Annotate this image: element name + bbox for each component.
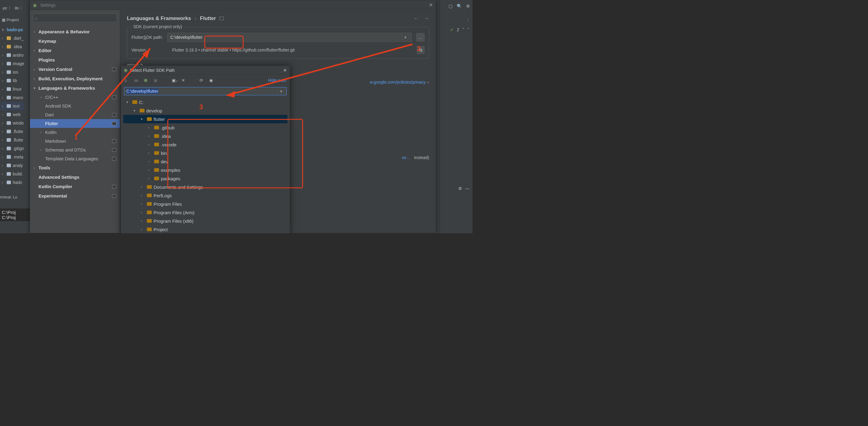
project-tree-item[interactable]: ›andro bbox=[1, 51, 24, 59]
overflow-icon[interactable]: ⋮ bbox=[466, 18, 470, 23]
project-tree-item[interactable]: ›windo bbox=[1, 119, 24, 127]
settings-nav-item[interactable]: ›Editor bbox=[30, 46, 120, 55]
settings-nav-item[interactable]: ›Appearance & Behavior bbox=[30, 27, 120, 36]
file-tree-item[interactable]: ›bin bbox=[123, 149, 287, 157]
settings-nav-item[interactable]: ›Version Control bbox=[30, 64, 120, 74]
project-tree-item[interactable]: ›build. bbox=[1, 170, 24, 178]
file-tree-item[interactable]: ›packages bbox=[123, 174, 287, 183]
project-tree-item[interactable]: ›.gitign bbox=[1, 144, 24, 153]
project-tree-item[interactable]: ›web bbox=[1, 110, 24, 119]
settings-nav-item[interactable]: Experimental bbox=[30, 191, 120, 201]
project-tree-item[interactable]: ›maco bbox=[1, 93, 24, 102]
hide-path-link[interactable]: Hide path bbox=[268, 78, 286, 83]
project-tree-item[interactable]: ›.flutte bbox=[1, 136, 24, 144]
file-chooser-path[interactable]: ▾ bbox=[124, 87, 287, 95]
refresh-icon[interactable]: ⟳ bbox=[199, 78, 205, 83]
settings-nav-item[interactable]: ›Schemas and DTDs bbox=[30, 146, 120, 154]
file-tree-item[interactable]: ▾develop bbox=[123, 106, 287, 115]
file-chooser-path-input[interactable] bbox=[126, 89, 278, 94]
settings-nav-item[interactable]: Dart bbox=[30, 110, 120, 119]
chevron-down-icon[interactable]: ˅ bbox=[467, 27, 469, 32]
settings-nav-item[interactable]: ▾Languages & Frameworks bbox=[30, 83, 120, 93]
project-tree-item[interactable]: ›analy bbox=[1, 161, 24, 170]
settings-nav-item[interactable]: Kotlin Compiler bbox=[30, 182, 120, 191]
forward-icon[interactable]: → bbox=[424, 16, 429, 22]
sdk-group: SDK (current project only) Flutter SDK p… bbox=[127, 27, 429, 59]
android-icon: ⬣ bbox=[124, 68, 127, 73]
desktop-icon[interactable]: ▭ bbox=[134, 78, 139, 83]
settings-nav-item[interactable]: ›Kotlin bbox=[30, 128, 120, 136]
file-tree-item[interactable]: ›Program Files (x86) bbox=[123, 217, 287, 225]
folder-icon bbox=[140, 109, 145, 113]
settings-nav-item[interactable]: Android SDK bbox=[30, 101, 120, 110]
project-tree-item[interactable]: ›lib bbox=[1, 77, 24, 85]
terminal-tab[interactable]: rminal: Lo bbox=[0, 195, 17, 200]
project-tree-item[interactable]: ›image bbox=[1, 59, 24, 68]
file-tree-item[interactable]: ›Project bbox=[123, 225, 287, 233]
project-tree[interactable]: ▾hado-pc ›.dart_›.idea›andro›image›ios›l… bbox=[1, 26, 24, 187]
problem-count[interactable]: 2 bbox=[457, 27, 459, 32]
settings-nav-item[interactable]: Markdown bbox=[30, 136, 120, 146]
settings-nav-item[interactable]: ›Build, Execution, Deployment bbox=[30, 74, 120, 83]
folder-icon bbox=[154, 134, 159, 138]
file-tree-item[interactable]: ▾C: bbox=[123, 98, 287, 106]
project-tree-item[interactable]: ›.idea bbox=[1, 42, 24, 51]
chevron-down-icon[interactable]: ▾ bbox=[278, 89, 284, 94]
settings-nav-item[interactable]: ›Tools bbox=[30, 163, 120, 173]
settings-nav-item[interactable]: Flutter bbox=[30, 119, 120, 128]
project-tree-item[interactable]: ›.meta bbox=[1, 153, 24, 161]
chevron-up-icon[interactable]: ˄ bbox=[462, 27, 464, 32]
new-folder-icon[interactable]: ▣₊ bbox=[172, 78, 177, 83]
delete-icon[interactable]: ✕ bbox=[181, 78, 186, 83]
file-chooser-tree[interactable]: ▾C:▾develop▾flutter›.github›.idea›.vscod… bbox=[121, 97, 290, 233]
folder-icon bbox=[154, 177, 159, 180]
gear-icon[interactable]: ⚙ bbox=[458, 186, 462, 191]
project-scope-icon bbox=[112, 157, 116, 160]
version-label: Version: bbox=[131, 48, 147, 53]
settings-nav-item[interactable]: ›C/C++ bbox=[30, 93, 120, 101]
settings-nav-item[interactable]: Advanced Settings bbox=[30, 173, 120, 182]
file-tree-item[interactable]: ›.github bbox=[123, 123, 287, 132]
file-tree-item[interactable]: ›Program Files bbox=[123, 200, 287, 208]
trail-link[interactable]: ve… bbox=[402, 155, 411, 160]
settings-nav-item[interactable]: Plugins bbox=[30, 55, 120, 64]
file-tree-item[interactable]: ›.vscode bbox=[123, 140, 287, 149]
file-tree-item[interactable]: ›Program Files (Arm) bbox=[123, 208, 287, 217]
project-toolwindow-label[interactable]: ▦ Project bbox=[2, 18, 19, 22]
browse-button[interactable]: … bbox=[416, 33, 425, 41]
home-icon[interactable]: ⌂ bbox=[124, 78, 129, 83]
project-tree-item[interactable]: ›linux bbox=[1, 85, 24, 93]
file-tree-item[interactable]: ›.idea bbox=[123, 132, 287, 140]
copy-icon[interactable]: ⧉ bbox=[417, 46, 425, 54]
settings-nav-item[interactable]: Template Data Languages bbox=[30, 154, 120, 163]
minimize-icon[interactable]: — bbox=[465, 186, 469, 191]
back-icon[interactable]: ← bbox=[413, 16, 419, 22]
privacy-link[interactable]: w.google.com/policies/privacy bbox=[370, 80, 426, 85]
sdk-path-combo[interactable]: C:\develop\flutter ▾ bbox=[167, 33, 412, 42]
file-chooser-dialog: ⬣ Select Flutter SDK Path ✕ ⌂ ▭ ⬣ ▣ ▣₊ ✕… bbox=[121, 65, 290, 233]
project-tree-item[interactable]: ›ios bbox=[1, 68, 24, 77]
file-tree-item[interactable]: ›examples bbox=[123, 166, 287, 174]
chevron-down-icon[interactable]: ▾ bbox=[402, 35, 408, 40]
project-tree-item[interactable]: ›hado bbox=[1, 178, 24, 187]
gear-icon[interactable]: ⚙ bbox=[466, 4, 470, 8]
settings-search[interactable]: ⌕ bbox=[33, 13, 117, 22]
file-tree-item[interactable]: ›dev bbox=[123, 157, 287, 166]
file-tree-item[interactable]: ›Documents and Settings bbox=[123, 183, 287, 191]
project-scope-icon bbox=[220, 17, 224, 20]
android-icon[interactable]: ⬣ bbox=[144, 78, 149, 83]
device-icon[interactable]: ▢ bbox=[448, 4, 453, 8]
file-tree-item[interactable]: ▾flutter bbox=[123, 115, 287, 123]
project-tree-item[interactable]: ›.dart_ bbox=[1, 34, 24, 42]
settings-nav-item[interactable]: Keymap bbox=[30, 36, 120, 46]
settings-nav-tree[interactable]: ›Appearance & BehaviorKeymap›EditorPlugi… bbox=[30, 26, 120, 233]
project-tree-item[interactable]: ›.flutte bbox=[1, 127, 24, 136]
settings-search-input[interactable] bbox=[38, 16, 115, 20]
file-tree-item[interactable]: ›PerfLogs bbox=[123, 191, 287, 200]
show-hidden-icon[interactable]: ◉ bbox=[209, 78, 214, 83]
close-icon[interactable]: ✕ bbox=[283, 68, 287, 73]
search-icon[interactable]: 🔍 bbox=[457, 4, 462, 8]
close-icon[interactable]: ✕ bbox=[429, 2, 433, 8]
check-icon[interactable]: ✔ bbox=[450, 27, 454, 32]
project-tree-item[interactable]: ›test bbox=[1, 102, 24, 110]
